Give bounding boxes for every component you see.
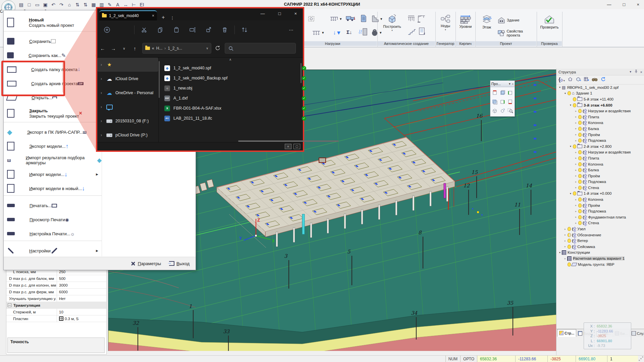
sidebar-scrollbar[interactable] <box>159 61 160 98</box>
recent-icon[interactable]: ∨ <box>119 47 129 50</box>
tree-item[interactable]: Фундаментная плита <box>556 214 644 220</box>
sum-loads-icon[interactable]: Σ↓ <box>346 29 352 35</box>
search-binoculars-icon[interactable] <box>592 77 598 83</box>
quick-access-icon[interactable]: ▣ <box>42 1 49 8</box>
tree-item[interactable]: Ветер <box>556 238 644 244</box>
tree-item[interactable]: Колонна <box>556 196 644 202</box>
piles-icon[interactable] <box>407 15 416 22</box>
box-select-icon[interactable] <box>576 77 581 83</box>
tree-item[interactable]: 1-й этаж +0.000 <box>556 191 644 197</box>
file-row[interactable]: LAB_2021_11_18.ifc ✓ <box>164 113 306 123</box>
view-back-button[interactable] <box>491 97 499 106</box>
menu-item[interactable]: Закрыть Закрыть текущий проект ▶ <box>4 105 102 122</box>
tree-item[interactable]: 2-й этаж +2.800 <box>556 143 644 149</box>
property-row[interactable]: D max р.с. для балок, мм 500 <box>6 275 106 282</box>
menu-item[interactable]: Импорт модели... ▶ <box>4 167 102 181</box>
tree-item[interactable]: Подложка <box>556 179 644 185</box>
horizontal-scrollbar[interactable] <box>238 140 339 142</box>
tab-close-icon[interactable]: × <box>152 13 154 18</box>
more-options-icon[interactable]: ⋯ <box>285 27 297 33</box>
tree-filter-icon[interactable]: { ▾ <box>558 77 565 83</box>
tree-item[interactable]: Балка <box>556 167 644 173</box>
details-view-button[interactable]: ≡ <box>285 144 291 149</box>
copy-icon[interactable] <box>155 27 166 33</box>
menu-item[interactable]: Печатать... ▶ <box>4 198 102 213</box>
share-icon[interactable] <box>203 27 214 33</box>
tree-item[interactable]: Обозначение <box>556 232 644 238</box>
maximize-button[interactable]: □ <box>623 2 626 7</box>
property-row[interactable]: D max р.с. для колонн, мм 3000 <box>6 282 106 289</box>
view-front-button[interactable] <box>499 88 506 97</box>
distributed-load-icon[interactable]: ▾ <box>330 16 342 22</box>
add-model-icon[interactable] <box>584 77 589 83</box>
view-iso-rotate-button[interactable] <box>499 106 506 115</box>
project-properties-button[interactable]: Свойства проекта <box>497 29 537 37</box>
menu-item[interactable]: Импорт результатов подбора арматуры ▶ <box>4 153 102 167</box>
crane-icon[interactable] <box>417 14 426 23</box>
cut-icon[interactable] <box>139 27 150 33</box>
tree-item[interactable]: ЯВОРН1_1_sek_mod30 2.spf <box>556 84 644 90</box>
minimize-button[interactable]: — <box>607 2 611 7</box>
load-doc-icon[interactable] <box>360 14 367 22</box>
menu-item[interactable]: Сохранить ▶ <box>4 34 102 48</box>
quick-access-icon[interactable]: ↷ <box>58 1 65 8</box>
close-button[interactable]: × <box>637 2 639 7</box>
palette-close-icon[interactable]: × <box>512 82 514 85</box>
property-row[interactable]: Пластин 0.3 м, S <box>6 315 106 322</box>
tree-item[interactable]: Узел <box>556 226 644 232</box>
quick-access-icon[interactable]: ⇅ <box>82 1 89 8</box>
nodes-button[interactable]: Ноды▾ <box>437 14 453 31</box>
icons-view-button[interactable]: ▢ <box>293 144 300 149</box>
building-button[interactable]: Здание <box>497 16 520 24</box>
menu-item[interactable]: Новый Создать новый проект ▶ <box>4 14 102 32</box>
show-home-icon[interactable] <box>568 77 573 83</box>
refresh-icon[interactable] <box>215 45 220 52</box>
tree-item[interactable]: Здание 1 <box>556 90 644 97</box>
file-row[interactable]: 1_2_sek_mod40.spf ✓ <box>164 63 306 73</box>
tree-item[interactable]: Проём <box>556 202 644 208</box>
exit-button[interactable]: Выход <box>169 261 190 266</box>
tree-item[interactable]: Подложка <box>556 137 644 143</box>
refresh-icon[interactable] <box>600 77 605 83</box>
sidebar-item[interactable]: › <box>97 100 158 114</box>
panel-close-icon[interactable]: × <box>640 70 642 74</box>
tree-item[interactable]: Стена <box>556 185 644 191</box>
menu-item[interactable]: Сохранить как... ▶ <box>4 48 102 62</box>
panel-tab[interactable]: Слу... <box>630 330 644 337</box>
new-item-button[interactable] <box>101 26 113 33</box>
quick-access-icon[interactable]: ↶ <box>50 1 57 8</box>
levels-button[interactable]: Уровни <box>457 14 474 28</box>
sort-icon[interactable] <box>239 27 250 33</box>
tree-item[interactable]: Модель грунта: ЯВР <box>556 261 644 267</box>
ortho-indicator[interactable]: ОРТО <box>460 356 477 362</box>
forward-icon[interactable]: → <box>108 46 119 51</box>
tree-item[interactable]: Расчетная модель вариант 1 <box>556 255 644 261</box>
sidebar-item[interactable]: › <box>97 58 158 72</box>
palette-menu-icon[interactable]: ▼ <box>508 82 511 85</box>
paste-icon[interactable] <box>171 27 182 33</box>
check-button[interactable]: Проверить <box>539 14 559 29</box>
soil-pressure-icon[interactable] <box>359 28 368 36</box>
explorer-maximize-button[interactable]: □ <box>278 11 281 16</box>
sidebar-item[interactable]: › iCloud Drive <box>97 72 158 86</box>
explorer-minimize-button[interactable]: — <box>261 11 265 16</box>
tree-item[interactable]: Проём <box>556 173 644 179</box>
tree-item[interactable]: Нагрузки и воздействия <box>556 149 644 156</box>
sidebar-item[interactable]: › 20150310_08 (F:) <box>97 114 158 128</box>
tree-item[interactable]: Плита <box>556 155 644 161</box>
sidebar-item[interactable]: › pCloud Drive (P:) <box>97 128 158 142</box>
tree-item[interactable]: 3-й этаж +6.600 <box>556 102 644 108</box>
file-row[interactable]: FBR-D01-B04-A-SAF.xlsx ✓ <box>164 103 306 113</box>
point-load-icon[interactable]: ↓▾ <box>333 29 340 36</box>
sort-ascending-icon[interactable]: ∧ <box>229 58 231 61</box>
quick-access-icon[interactable]: ⇅ <box>74 1 81 8</box>
file-row[interactable]: 1_new.obj ✓ <box>164 83 306 93</box>
menu-item[interactable]: Просмотр Печати ▶ <box>4 213 102 227</box>
view-right-button[interactable] <box>499 97 506 106</box>
build-button[interactable]: Построить▾ <box>380 14 404 32</box>
menu-item[interactable]: Импорт модели в новый... ▶ <box>4 181 102 196</box>
explorer-close-button[interactable]: × <box>294 11 297 16</box>
view-left-button[interactable] <box>506 88 514 97</box>
property-row[interactable]: Триангуляция <box>6 302 106 309</box>
search-input[interactable] <box>225 43 296 54</box>
